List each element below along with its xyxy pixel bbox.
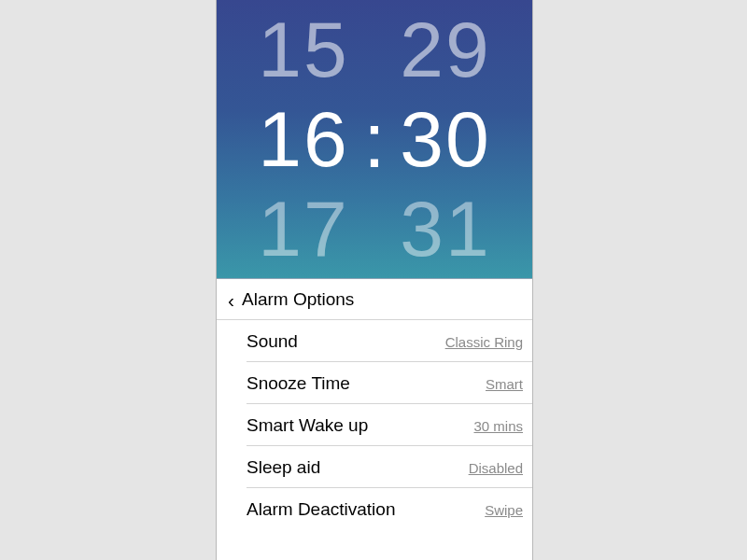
options-header: ‹ Alarm Options — [217, 279, 532, 320]
option-smart-wake-up[interactable]: Smart Wake up 30 mins — [247, 404, 532, 446]
options-list: Sound Classic Ring Snooze Time Smart Sma… — [217, 320, 532, 529]
option-label: Alarm Deactivation — [247, 499, 395, 520]
option-label: Sound — [247, 331, 298, 352]
option-alarm-deactivation[interactable]: Alarm Deactivation Swipe — [247, 488, 532, 529]
option-sleep-aid[interactable]: Sleep aid Disabled — [247, 446, 532, 488]
hour-column[interactable]: 15 16 17 — [258, 10, 348, 268]
back-icon[interactable]: ‹ — [228, 290, 234, 310]
option-value[interactable]: Classic Ring — [445, 334, 523, 350]
option-value[interactable]: Disabled — [469, 460, 523, 476]
option-label: Snooze Time — [247, 373, 350, 394]
minute-current: 30 — [400, 100, 490, 178]
hour-prev: 15 — [258, 10, 348, 89]
option-sound[interactable]: Sound Classic Ring — [247, 320, 532, 362]
time-picker[interactable]: 15 16 17 : 29 30 31 — [217, 0, 532, 279]
option-snooze-time[interactable]: Snooze Time Smart — [247, 362, 532, 404]
time-picker-grid: 15 16 17 : 29 30 31 — [217, 0, 532, 278]
minute-prev: 29 — [400, 10, 490, 89]
option-value[interactable]: Swipe — [485, 502, 523, 518]
option-value[interactable]: Smart — [486, 376, 523, 392]
time-colon: : — [363, 101, 385, 179]
alarm-settings-screen: 15 16 17 : 29 30 31 ‹ Alarm Options Soun… — [216, 0, 533, 560]
hour-next: 17 — [258, 189, 348, 268]
option-label: Sleep aid — [247, 457, 320, 478]
minute-column[interactable]: 29 30 31 — [400, 10, 490, 268]
option-label: Smart Wake up — [247, 415, 368, 436]
hour-current: 16 — [258, 100, 348, 178]
minute-next: 31 — [400, 189, 490, 268]
page-title: Alarm Options — [242, 289, 354, 310]
option-value[interactable]: 30 mins — [473, 418, 523, 434]
